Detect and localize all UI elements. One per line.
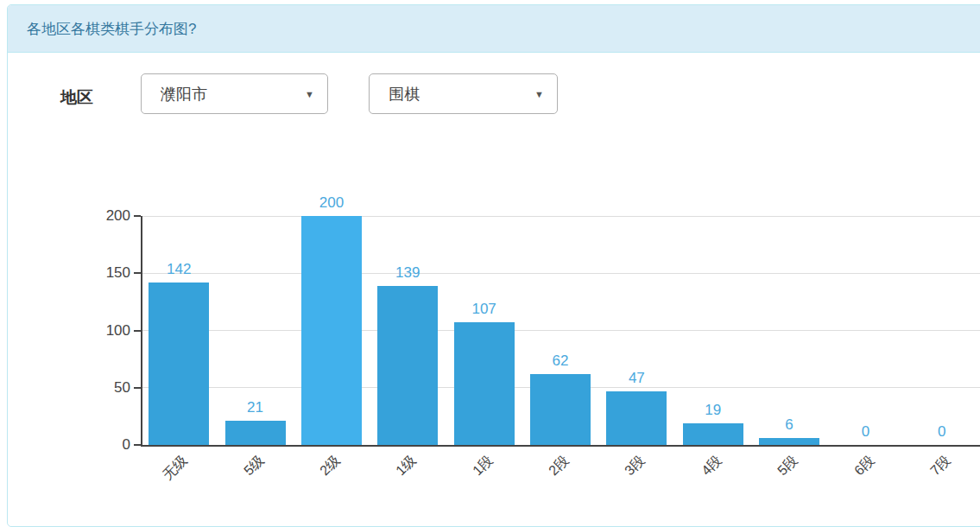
bar[interactable]	[606, 391, 667, 445]
gridline	[141, 216, 980, 217]
x-category-label: 2段	[545, 452, 572, 479]
bar-value-label: 142	[144, 261, 213, 278]
y-axis-tick	[134, 444, 141, 446]
bar-value-label: 47	[602, 370, 671, 387]
x-category-label: 3段	[622, 452, 649, 479]
bar-value-label: 6	[755, 416, 824, 434]
y-tick-label: 150	[87, 264, 130, 283]
y-axis-tick	[134, 387, 141, 389]
plot-area: 050100150200142无级215级2002级1391级1071段622段…	[141, 216, 980, 445]
y-axis-tick	[134, 215, 141, 217]
bar[interactable]	[225, 421, 286, 445]
bar[interactable]	[683, 423, 743, 445]
bar-value-label: 19	[679, 402, 748, 419]
screen: 各地区各棋类棋手分布图? 地区 濮阳市 ▼ 围棋 ▼ 0501001502001…	[0, 0, 980, 527]
chart-panel: 各地区各棋类棋手分布图? 地区 濮阳市 ▼ 围棋 ▼ 0501001502001…	[7, 4, 980, 527]
y-tick-label: 50	[87, 378, 130, 397]
x-axis-line	[141, 445, 980, 447]
panel-title: 各地区各棋类棋手分布图?	[8, 5, 980, 53]
chess-type-select-value: 围棋	[389, 84, 420, 105]
y-tick-label: 0	[87, 435, 130, 454]
y-tick-label: 100	[87, 321, 130, 340]
region-filter-label: 地区	[60, 86, 93, 109]
y-axis-line	[141, 216, 142, 445]
y-tick-label: 200	[87, 206, 130, 225]
bar-value-label: 139	[373, 264, 442, 282]
chevron-down-icon: ▼	[305, 89, 314, 99]
x-category-label: 1段	[469, 452, 496, 479]
region-select[interactable]: 濮阳市 ▼	[141, 73, 328, 114]
x-category-label: 5段	[774, 452, 801, 479]
y-axis-tick	[134, 330, 141, 332]
x-category-label: 2级	[316, 452, 344, 479]
bar[interactable]	[759, 438, 819, 445]
chevron-down-icon: ▼	[534, 89, 544, 99]
bar[interactable]	[301, 216, 362, 445]
bar[interactable]	[454, 322, 515, 445]
x-category-label: 4段	[698, 452, 725, 479]
region-select-value: 濮阳市	[161, 84, 207, 105]
bar-value-label: 21	[221, 399, 290, 416]
x-category-label: 5级	[240, 452, 268, 479]
gridline	[141, 330, 980, 331]
x-category-label: 1级	[393, 452, 420, 479]
bar-value-label: 107	[450, 301, 519, 318]
bar-value-label: 62	[526, 352, 595, 370]
bar-value-label: 200	[297, 194, 366, 212]
bar-value-label: 0	[831, 423, 900, 441]
x-category-label: 6段	[850, 452, 878, 479]
bar-value-label: 0	[907, 423, 977, 441]
bar[interactable]	[149, 283, 209, 445]
x-category-label: 无级	[160, 452, 192, 484]
chess-type-select[interactable]: 围棋 ▼	[369, 73, 558, 114]
x-category-label: 7段	[926, 452, 954, 479]
y-axis-tick	[134, 272, 141, 274]
bar[interactable]	[377, 286, 438, 445]
gridline	[141, 273, 980, 274]
bar[interactable]	[530, 374, 591, 445]
